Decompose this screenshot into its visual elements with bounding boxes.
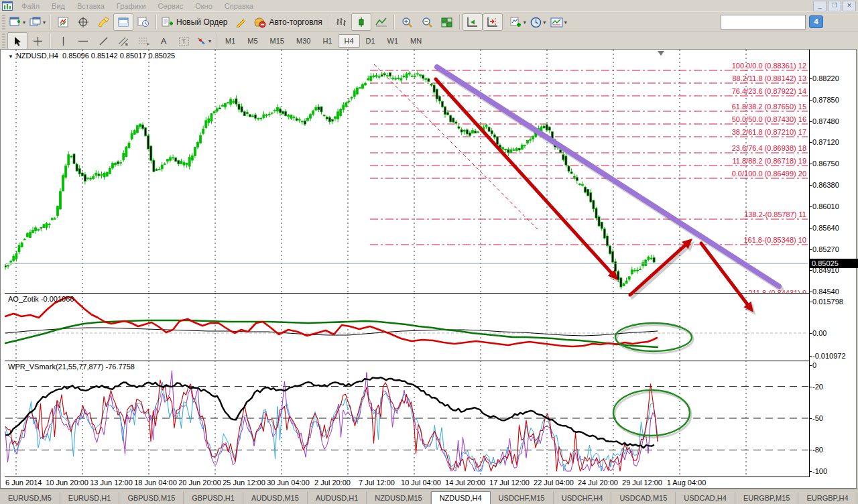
timeframe-W1[interactable]: W1 <box>381 34 405 48</box>
separator <box>156 15 157 29</box>
bar-chart-button[interactable] <box>331 13 351 31</box>
line-chart-button[interactable] <box>371 13 391 31</box>
toolbar-standard: ▾ ▾ Новый Ордер Авт <box>0 11 858 32</box>
timeframe-buttons: M1M5M15M30H1H4D1W1MN <box>219 34 428 48</box>
restore-button[interactable]: ❐ <box>828 1 841 11</box>
time-label: 1 Aug 04:00 <box>667 479 707 487</box>
chart-tab-GBPUSD,M15[interactable]: GBPUSD,M15 <box>119 492 184 504</box>
trendline-tool[interactable] <box>93 32 113 50</box>
time-label: 24 Jul 20:00 <box>578 479 618 487</box>
chart-tab-USDCAD,M15[interactable]: USDCAD,M15 <box>611 492 676 504</box>
chart-tab-AUDUSD,M15[interactable]: AUDUSD,M15 <box>243 492 308 504</box>
timeframe-H1[interactable]: H1 <box>316 34 338 48</box>
indicators-button[interactable]: ▾ <box>508 13 528 31</box>
timeframe-M5[interactable]: M5 <box>241 34 263 48</box>
crosshair-tool[interactable] <box>27 32 48 50</box>
timeframe-M30[interactable]: M30 <box>290 34 316 48</box>
menu-Окно[interactable]: Окно <box>189 1 219 11</box>
chart-tab-USDCHF,M15[interactable]: USDCHF,M15 <box>491 492 554 504</box>
menu-Вид[interactable]: Вид <box>46 1 71 11</box>
menu-Файл[interactable]: Файл <box>15 1 46 11</box>
svg-text:F: F <box>147 42 149 46</box>
chart-tab-EURUSD,H1[interactable]: EURUSD,H1 <box>60 492 120 504</box>
templates-button[interactable]: ▾ <box>548 13 569 31</box>
metaeditor-button[interactable] <box>231 13 251 31</box>
navigator-button[interactable] <box>93 13 113 31</box>
chart-tab-EURUSD,M5[interactable]: EURUSD,M5 <box>0 492 60 504</box>
close-button[interactable]: ✕ <box>843 1 856 11</box>
current-price-box: 0.85025 <box>810 259 858 268</box>
time-label: 18 Jun 04:00 <box>134 479 177 487</box>
fibonacci-tool[interactable]: F <box>133 32 154 50</box>
timeframe-M1[interactable]: M1 <box>219 34 241 48</box>
chart-tab-NZDUSD,H4[interactable]: NZDUSD,H4 <box>431 491 491 504</box>
periods-button[interactable]: ▾ <box>528 13 548 31</box>
time-label: 25 Jun 12:00 <box>223 479 265 487</box>
fib-label: 50.0/50.0 (0.87430) 16 <box>732 115 806 123</box>
axis-tick <box>809 356 812 357</box>
horizontal-line-tool[interactable] <box>73 32 93 50</box>
chart-tab-EURGBP,M15[interactable]: EURGBP,M15 <box>735 492 799 504</box>
fib-label: 88.2/11.8 (0.88142) 13 <box>733 74 807 82</box>
timeframe-M15[interactable]: M15 <box>264 34 290 48</box>
strategy-tester-button[interactable] <box>133 13 154 31</box>
legend-ohlc: 0.85096 0.85142 0.85017 0.85025 <box>62 52 175 60</box>
market-watch-button[interactable] <box>53 13 73 31</box>
price-chart[interactable]: 100.0/0.0 (0.88361) 1288.2/11.8 (0.88142… <box>5 50 809 293</box>
data-window-button[interactable] <box>73 13 93 31</box>
cursor-tool[interactable] <box>7 32 27 50</box>
search-input[interactable] <box>721 17 820 27</box>
axis-tick <box>809 164 812 164</box>
community-badge[interactable]: 4 <box>809 15 823 28</box>
arrows-tool[interactable]: ▾ <box>194 32 214 50</box>
panel-separator[interactable] <box>5 361 810 361</box>
channel-tool[interactable]: E <box>113 32 133 50</box>
toolbar-grip[interactable] <box>2 15 5 29</box>
time-label: 14 Jul 20:00 <box>445 479 485 487</box>
vertical-line-tool[interactable] <box>53 32 73 50</box>
time-label: 7 Jul 12:00 <box>359 479 395 487</box>
separator <box>216 34 217 48</box>
new-chart-button[interactable]: ▾ <box>7 13 27 31</box>
wpr-scale-label: 0 <box>812 361 816 369</box>
panel-separator[interactable] <box>5 293 810 294</box>
minimize-button[interactable]: _ <box>813 1 826 11</box>
chart-tab-USDCHF,H4[interactable]: USDCHF,H4 <box>554 492 612 504</box>
tile-windows-button[interactable] <box>437 13 457 31</box>
auto-scroll-button[interactable] <box>463 13 483 31</box>
menu-Сервис[interactable]: Сервис <box>152 1 190 11</box>
chart-tab-GBPUSD,H1[interactable]: GBPUSD,H1 <box>184 492 243 504</box>
text-label-tool[interactable]: T <box>174 32 194 50</box>
zoom-out-button[interactable] <box>417 13 437 31</box>
timeframe-MN[interactable]: MN <box>404 34 428 48</box>
chart-shift-button[interactable] <box>483 13 503 31</box>
svg-text:E: E <box>125 42 128 46</box>
zoom-in-button[interactable] <box>397 13 417 31</box>
chart-tab-USDCAD,H4[interactable]: USDCAD,H4 <box>676 492 735 504</box>
ao-scale-label: 0.015798 <box>812 298 843 306</box>
wpr-indicator-panel[interactable] <box>5 361 809 477</box>
price-label: 0.86380 <box>812 181 839 189</box>
menu-Справка[interactable]: Справка <box>219 1 259 11</box>
auto-trading-button[interactable]: Авто-торговля <box>251 13 326 31</box>
chart-tab-NZDUSD,M15[interactable]: NZDUSD,M15 <box>367 492 430 504</box>
ao-indicator-panel[interactable] <box>5 293 809 361</box>
menu-Вставка[interactable]: Вставка <box>71 1 111 11</box>
terminal-button[interactable] <box>113 13 133 31</box>
timeframe-H4[interactable]: H4 <box>338 34 359 48</box>
legend-expander-icon[interactable]: ▼ <box>8 54 13 60</box>
candlestick-chart-button[interactable] <box>351 13 371 31</box>
panel-separator <box>5 477 810 477</box>
new-order-button[interactable]: Новый Ордер <box>159 13 231 31</box>
profiles-button[interactable]: ▾ <box>27 13 48 31</box>
toolbar-grip[interactable] <box>2 34 5 48</box>
chart-tab-AUDUSD,H1[interactable]: AUDUSD,H1 <box>308 492 367 504</box>
text-tool[interactable]: A <box>154 32 174 50</box>
fib-label: 0.0/100.0 (0.86499) 20 <box>732 170 806 178</box>
timeframe-D1[interactable]: D1 <box>360 34 381 48</box>
menu-Графики[interactable]: Графики <box>111 1 152 11</box>
axis-tick <box>809 365 812 366</box>
price-label: 0.84540 <box>812 288 839 296</box>
axis-tick <box>809 471 812 472</box>
chart-tab-EURGBP,H4[interactable]: EURGBP,H4 <box>798 492 857 504</box>
